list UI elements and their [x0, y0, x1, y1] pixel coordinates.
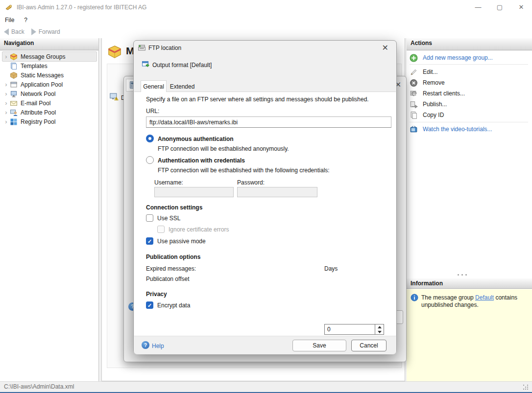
tab-general[interactable]: General: [141, 80, 167, 92]
title-bar: IBI-aws Admin 1.27.0 - registered for IB…: [0, 0, 532, 15]
separator: [410, 122, 528, 122]
resize-grip[interactable]: [523, 385, 529, 391]
username-field[interactable]: [154, 187, 234, 197]
dialog-title: FTP location: [148, 45, 181, 51]
navigation-header: Navigation: [0, 38, 98, 50]
edit-icon: [410, 68, 418, 76]
network-pool-icon: [10, 90, 18, 98]
status-bar: [0, 381, 532, 392]
close-button[interactable]: ✕: [510, 0, 532, 14]
forward-arrow-icon: [31, 28, 36, 35]
templates-icon: [10, 62, 18, 70]
save-button[interactable]: Save: [292, 340, 346, 351]
spinner-down-button[interactable]: [375, 329, 384, 334]
credentials-auth-radio[interactable]: [146, 156, 154, 164]
minimize-button[interactable]: —: [467, 0, 489, 14]
passive-mode-label: Use passive mode: [157, 238, 206, 245]
passive-mode-checkbox[interactable]: [146, 237, 153, 245]
chevron-right-icon[interactable]: ›: [2, 90, 10, 98]
action-restart-clients[interactable]: Restart clients...: [410, 89, 529, 98]
message-groups-icon: [10, 53, 18, 61]
information-header: Information: [407, 278, 532, 289]
app-icon: [5, 3, 13, 11]
encrypt-data-checkbox[interactable]: [146, 301, 153, 309]
output-format-icon: [142, 60, 149, 68]
anonymous-auth-radio[interactable]: [146, 135, 154, 142]
sidebar-item-email-pool[interactable]: › E-mail Pool: [2, 98, 97, 108]
restart-clients-icon: [410, 90, 418, 98]
menu-file[interactable]: File: [0, 15, 19, 25]
ignore-cert-checkbox[interactable]: [157, 226, 165, 233]
dialog-footer: ? Help Save Cancel: [134, 336, 396, 354]
window-title: IBI-aws Admin 1.27.0 - registered for IB…: [17, 4, 146, 11]
url-input[interactable]: [146, 116, 391, 128]
chevron-right-icon[interactable]: ›: [2, 52, 10, 61]
separator: [410, 64, 528, 65]
toolbar: Back Forward: [0, 25, 532, 39]
days-label: Days: [324, 265, 338, 272]
username-label: Username:: [154, 179, 183, 186]
app-window: IBI-aws Admin 1.27.0 - registered for IB…: [0, 0, 532, 393]
cancel-button[interactable]: Cancel: [351, 340, 387, 351]
attribute-pool-icon: [10, 109, 18, 116]
menu-help[interactable]: ?: [19, 15, 32, 25]
spinner-value: 0: [325, 324, 375, 334]
action-edit[interactable]: Edit...: [410, 67, 529, 77]
help-icon: ?: [142, 341, 149, 349]
action-watch-video-tutorials[interactable]: Watch the video-tutorials...: [410, 124, 529, 134]
computer-warning-icon: [109, 92, 119, 101]
chevron-right-icon[interactable]: ›: [2, 108, 10, 116]
action-copy-id[interactable]: Copy ID: [410, 110, 529, 120]
email-pool-icon: [10, 99, 18, 107]
sidebar-item-attribute-pool[interactable]: › Attribute Pool: [2, 107, 97, 117]
anonymous-auth-label: Anonymous authentication: [158, 136, 234, 142]
spinner-up-button[interactable]: [375, 324, 384, 329]
navigation-panel: Navigation › Message Groups Templates: [0, 38, 99, 381]
password-field[interactable]: [237, 187, 317, 197]
static-messages-icon: [10, 71, 18, 79]
help-link[interactable]: Help: [152, 343, 164, 349]
add-icon: [410, 54, 418, 62]
back-arrow-icon: [4, 28, 9, 35]
sidebar-item-static-messages[interactable]: Static Messages: [2, 70, 97, 80]
sidebar-item-registry-pool[interactable]: › Registry Pool: [2, 116, 97, 127]
application-pool-icon: [10, 81, 18, 89]
status-path: C:\IBI-aws\Admin\Data.xml: [4, 383, 74, 390]
dialog-subtitle: Output format [Default]: [152, 62, 212, 69]
connection-settings-heading: Connection settings: [146, 204, 202, 211]
ftp-location-icon: [138, 44, 146, 52]
use-ssl-checkbox[interactable]: [146, 214, 153, 222]
forward-button[interactable]: Forward: [31, 28, 60, 35]
video-tutorials-icon: [410, 125, 418, 134]
maximize-button[interactable]: ▢: [489, 0, 510, 14]
ftp-location-dialog: FTP location ✕ Output format [Default] G…: [133, 40, 397, 354]
tab-extended[interactable]: Extended: [168, 81, 196, 92]
default-group-link[interactable]: Default: [475, 294, 494, 301]
chevron-right-icon[interactable]: ›: [2, 80, 10, 89]
sidebar-item-templates[interactable]: Templates: [2, 61, 97, 71]
anonymous-auth-description: FTP connection will be esthablished anon…: [158, 145, 289, 152]
message-groups-heading-icon: [107, 45, 122, 59]
sidebar-item-message-groups[interactable]: › Message Groups: [2, 51, 97, 62]
chevron-right-icon[interactable]: ›: [2, 99, 10, 107]
credentials-auth-label: Authentication with credentials: [158, 157, 245, 164]
chevron-right-icon[interactable]: ›: [2, 117, 10, 126]
sidebar-item-application-pool[interactable]: › Application Pool: [2, 79, 97, 90]
registry-pool-icon: [10, 118, 18, 126]
remove-icon: [410, 79, 418, 87]
information-message: The message group Default contains unpub…: [421, 294, 525, 309]
privacy-heading: Privacy: [146, 291, 167, 298]
dialog-close-icon[interactable]: ✕: [382, 44, 388, 52]
publication-offset-spinner[interactable]: 0: [324, 324, 384, 335]
action-add-new-message-group[interactable]: Add new message group...: [410, 53, 529, 63]
back-button[interactable]: Back: [4, 28, 24, 35]
dialog-description: Specify a file on an FTP server where al…: [146, 96, 369, 103]
action-remove[interactable]: Remove: [410, 78, 529, 88]
sidebar-item-network-pool[interactable]: › Network Pool: [2, 89, 97, 99]
action-publish[interactable]: Publish...: [410, 99, 529, 109]
encrypt-data-label: Encrypt data: [157, 302, 190, 309]
copy-id-icon: [410, 111, 418, 119]
panel-splitter-handle[interactable]: [458, 274, 470, 276]
use-ssl-label: Use SSL: [157, 215, 180, 222]
credentials-auth-description: FTP connection will be esthablished with…: [158, 167, 330, 174]
